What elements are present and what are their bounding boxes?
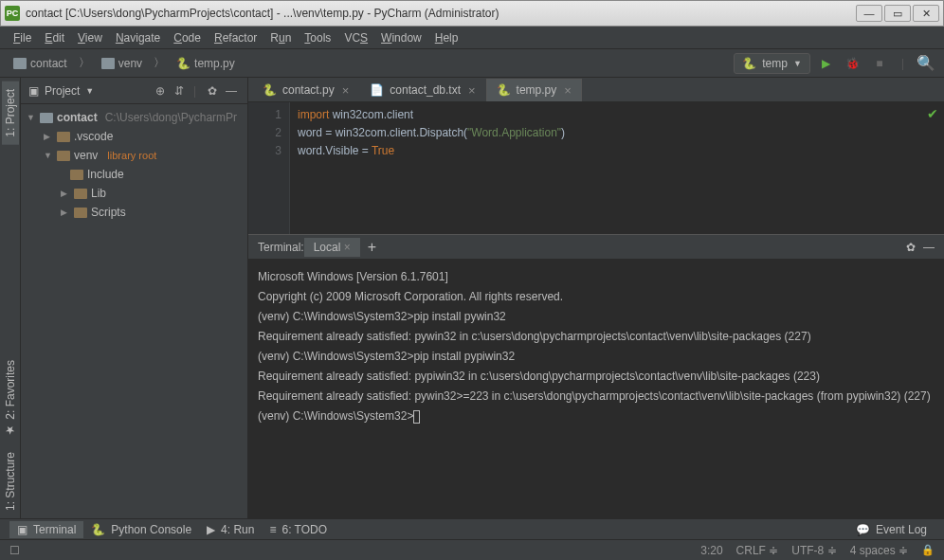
folder-icon [101, 58, 115, 69]
breadcrumb-root[interactable]: contact [8, 55, 73, 72]
run-button[interactable]: ▶ [816, 53, 837, 74]
code-area[interactable]: import win32com.clientword = win32com.cl… [290, 102, 944, 234]
tool-event-log[interactable]: 💬Event Log [848, 521, 935, 538]
left-gutter: 1: Project ★2: Favorites 1: Structure [0, 78, 21, 518]
tab-temp-py[interactable]: 🐍temp.py× [486, 79, 582, 101]
tool-tab-structure[interactable]: 1: Structure [2, 444, 19, 518]
folder-icon [74, 189, 87, 199]
debug-button[interactable]: 🐞 [843, 53, 863, 74]
window-title: contact [C:\Users\dong\PycharmProjects\c… [26, 7, 856, 20]
terminal-label: Terminal: [258, 241, 304, 254]
stop-button[interactable]: ■ [869, 53, 890, 74]
chevron-icon: 〉 [148, 53, 171, 73]
project-view-selector[interactable]: ▣Project▼ [28, 84, 150, 98]
collapse-button[interactable]: ⇵ [171, 82, 188, 99]
project-icon: ▣ [28, 84, 39, 98]
menu-edit[interactable]: Edit [39, 29, 70, 46]
tree-item-vscode[interactable]: ▶.vscode [21, 127, 247, 146]
search-button[interactable]: 🔍 [916, 53, 936, 74]
tab-contact-py[interactable]: 🐍contact.py× [252, 79, 359, 101]
tool-python-console[interactable]: 🐍Python Console [83, 521, 199, 538]
tree-item-include[interactable]: Include [21, 165, 247, 184]
terminal-pane: Terminal: Local × + ✿ — Microsoft Window… [248, 234, 944, 518]
terminal-hide-button[interactable]: — [923, 241, 935, 254]
project-pane-header: ▣Project▼ ⊕ ⇵ | ✿ — [21, 78, 247, 104]
lock-icon[interactable]: 🔒 [921, 544, 935, 557]
python-icon: 🐍 [91, 523, 105, 536]
folder-icon [57, 151, 70, 161]
project-tree[interactable]: ▼contactC:\Users\dong\PycharmPr ▶.vscode… [21, 104, 247, 226]
editor-tabs: 🐍contact.py× 📄contact_db.txt× 🐍temp.py× [248, 78, 944, 102]
terminal-icon: ▣ [17, 523, 27, 536]
menu-window[interactable]: Window [375, 29, 427, 46]
close-icon[interactable]: × [468, 83, 476, 98]
menu-file[interactable]: File [8, 29, 37, 46]
python-icon: 🐍 [176, 57, 191, 70]
cursor-position[interactable]: 3:20 [700, 544, 722, 557]
new-terminal-button[interactable]: + [368, 239, 376, 256]
statusbar: ☐ 3:20 CRLF ≑ UTF-8 ≑ 4 spaces ≑ 🔒 [0, 539, 944, 560]
inspection-ok-icon[interactable]: ✔ [927, 106, 938, 121]
menu-code[interactable]: Code [168, 29, 207, 46]
editor-zone: 🐍contact.py× 📄contact_db.txt× 🐍temp.py× … [248, 78, 944, 518]
tool-tab-project[interactable]: 1: Project [2, 81, 19, 145]
minimize-button[interactable]: — [856, 5, 882, 22]
tab-contact-db[interactable]: 📄contact_db.txt× [359, 79, 485, 101]
run-config-selector[interactable]: 🐍temp▼ [734, 53, 810, 74]
line-gutter: 1 2 3 [248, 102, 290, 234]
terminal-header: Terminal: Local × + ✿ — [248, 235, 944, 260]
bottom-toolbar: ▣Terminal 🐍Python Console ▶4: Run ≡6: TO… [0, 518, 944, 539]
close-icon[interactable]: × [344, 241, 351, 254]
menu-run[interactable]: Run [264, 29, 297, 46]
pycharm-icon: PC [5, 6, 20, 21]
locate-button[interactable]: ⊕ [152, 82, 169, 99]
chevron-icon: 〉 [73, 53, 96, 73]
run-icon: ▶ [207, 523, 215, 536]
balloon-icon: 💬 [856, 523, 870, 536]
chevron-down-icon: ▼ [85, 86, 94, 96]
terminal-tab-local[interactable]: Local × [304, 238, 360, 257]
menu-help[interactable]: Help [429, 29, 464, 46]
tree-item-venv[interactable]: ▼venvlibrary root [21, 146, 247, 165]
line-ending[interactable]: CRLF ≑ [736, 544, 779, 557]
close-icon[interactable]: × [342, 83, 350, 98]
terminal-settings-button[interactable]: ✿ [906, 241, 916, 254]
breadcrumb-file[interactable]: 🐍temp.py [171, 55, 241, 72]
folder-icon [40, 113, 53, 123]
tree-item-lib[interactable]: ▶Lib [21, 184, 247, 203]
menubar: File Edit View Navigate Code Refactor Ru… [0, 27, 944, 49]
titlebar: PC contact [C:\Users\dong\PycharmProject… [0, 0, 944, 27]
hide-button[interactable]: — [223, 82, 240, 99]
code-editor[interactable]: 1 2 3 import win32com.clientword = win32… [248, 102, 944, 234]
breadcrumb-venv[interactable]: venv [96, 55, 148, 72]
terminal-body[interactable]: Microsoft Windows [Version 6.1.7601]Copy… [248, 260, 944, 518]
menu-view[interactable]: View [72, 29, 108, 46]
close-button[interactable]: ✕ [913, 5, 939, 22]
todo-icon: ≡ [269, 523, 276, 536]
maximize-button[interactable]: ▭ [884, 5, 911, 22]
tool-terminal[interactable]: ▣Terminal [9, 521, 83, 538]
folder-icon [70, 170, 83, 180]
encoding[interactable]: UTF-8 ≑ [791, 544, 836, 557]
tree-item-scripts[interactable]: ▶Scripts [21, 203, 247, 222]
folder-icon [57, 132, 70, 142]
tool-run[interactable]: ▶4: Run [199, 521, 262, 538]
tree-root[interactable]: ▼contactC:\Users\dong\PycharmPr [21, 108, 247, 127]
navbar: contact 〉 venv 〉 🐍temp.py 🐍temp▼ ▶ 🐞 ■ |… [0, 49, 944, 78]
menu-navigate[interactable]: Navigate [110, 29, 166, 46]
indent[interactable]: 4 spaces ≑ [850, 544, 908, 557]
menu-refactor[interactable]: Refactor [209, 29, 263, 46]
settings-button[interactable]: ✿ [204, 82, 221, 99]
python-icon: 🐍 [263, 83, 277, 97]
text-file-icon: 📄 [370, 83, 384, 97]
status-icon[interactable]: ☐ [9, 544, 20, 557]
close-icon[interactable]: × [564, 83, 572, 98]
tool-todo[interactable]: ≡6: TODO [262, 521, 335, 538]
project-pane: ▣Project▼ ⊕ ⇵ | ✿ — ▼contactC:\Users\don… [21, 78, 248, 518]
menu-tools[interactable]: Tools [299, 29, 336, 46]
menu-vcs[interactable]: VCS [338, 29, 373, 46]
folder-icon [74, 208, 87, 218]
main-area: 1: Project ★2: Favorites 1: Structure ▣P… [0, 78, 944, 518]
tool-tab-favorites[interactable]: ★2: Favorites [2, 352, 19, 444]
chevron-down-icon: ▼ [793, 59, 802, 68]
